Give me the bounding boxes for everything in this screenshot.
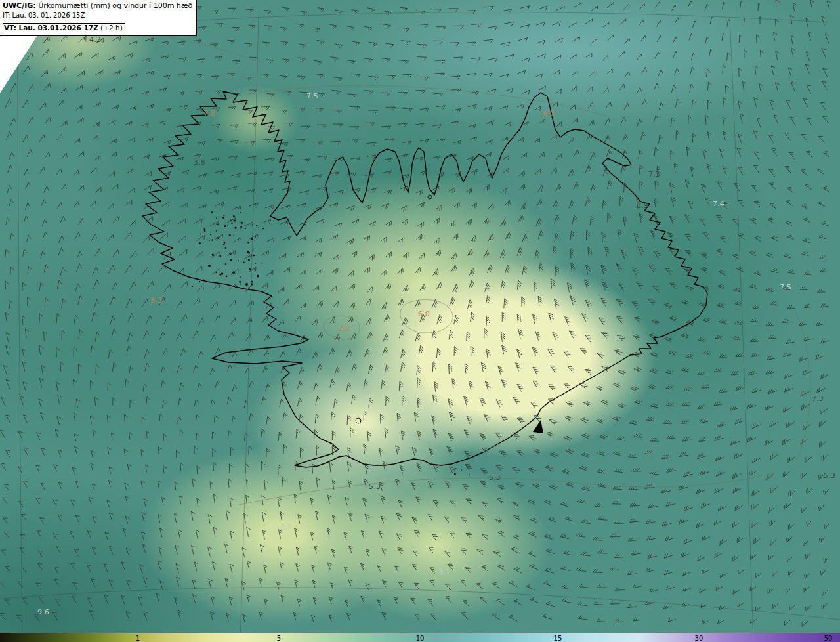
colorbar-tick-label: 10 (416, 634, 425, 641)
island-speck (211, 239, 213, 241)
island-speck (199, 281, 201, 283)
contour-line (400, 299, 453, 333)
island-speck (227, 225, 228, 226)
island-speck (256, 225, 257, 226)
contour-line (236, 473, 774, 505)
island-speck (203, 228, 205, 230)
graticule-meridian (17, 0, 22, 642)
island-speck (258, 236, 259, 237)
island-speck (253, 255, 255, 257)
island-speck (251, 281, 253, 283)
iceland-coastline (142, 91, 707, 467)
lake-outline (356, 418, 361, 423)
graticule-meridian (730, 17, 753, 642)
island-speck (240, 212, 242, 213)
island-speck (248, 259, 250, 261)
island-speck (225, 247, 226, 249)
island-speck (211, 211, 213, 213)
island-speck (253, 249, 254, 251)
lake-outlines (356, 195, 432, 423)
island-speck (233, 236, 234, 236)
island-speck (221, 272, 224, 275)
island-speck (238, 260, 239, 261)
island-speck (224, 225, 226, 227)
island-speck (232, 276, 233, 277)
island-speck (258, 228, 259, 229)
island-speck (210, 234, 211, 235)
island-speck (204, 230, 206, 232)
island-specks (192, 211, 471, 475)
island-speck (223, 244, 225, 246)
island-speck (222, 217, 224, 219)
lake-outline (428, 195, 432, 199)
island-speck (257, 275, 259, 278)
colorbar-tick-label: 5 (277, 634, 281, 641)
valid-time-offset: (+2 h) (98, 24, 123, 32)
wind-barbs (0, 0, 831, 626)
colorbar-tick-label: 50 (824, 634, 833, 641)
island-speck (261, 263, 262, 264)
graticule-parallel (0, 588, 840, 620)
colorbar: 1510153050 (0, 633, 840, 642)
island-speck (240, 228, 240, 229)
init-time: IT: Lau. 03. 01. 2026 15Z (3, 11, 192, 20)
island-speck (229, 234, 231, 236)
weather-map-app: 4.27.57.86.03.67.33.97.47.53.22.26.07.35… (0, 0, 840, 642)
island-speck (226, 276, 228, 278)
island-speck (216, 230, 217, 232)
island-speck (216, 272, 217, 273)
island-speck (233, 215, 235, 217)
island-speck (454, 473, 455, 474)
headland-mark (533, 420, 543, 433)
contour-line (794, 309, 810, 460)
island-speck (208, 265, 211, 267)
island-speck (251, 283, 253, 285)
valid-time-main: VT: Lau. 03.01.2026 17Z (4, 24, 98, 32)
island-speck (469, 474, 471, 475)
colorbar-tick-label: 30 (695, 634, 704, 641)
island-speck (243, 262, 245, 263)
island-speck (223, 215, 224, 217)
island-speck (225, 263, 226, 265)
island-speck (224, 242, 226, 244)
island-speck (231, 222, 233, 224)
island-speck (247, 242, 249, 243)
island-speck (240, 284, 242, 285)
wind-barb-path (0, 0, 831, 626)
island-speck (455, 468, 457, 469)
island-speck (203, 279, 205, 280)
map-title: UWC/IG: Úrkomumætti (mm) og vindur í 100… (3, 1, 192, 11)
island-speck (216, 218, 217, 219)
island-speck (212, 254, 214, 256)
island-speck (248, 252, 250, 254)
island-speck (245, 283, 248, 286)
valid-time: VT: Lau. 03.01.2026 17Z (+2 h) (3, 23, 125, 33)
island-speck (242, 223, 243, 224)
island-speck (255, 263, 257, 264)
island-speck (235, 227, 237, 229)
island-speck (245, 228, 246, 229)
island-speck (461, 469, 462, 470)
island-speck (192, 286, 194, 287)
island-speck (209, 240, 210, 242)
island-speck (251, 238, 253, 240)
island-speck (239, 281, 241, 283)
island-speck (200, 234, 201, 234)
colorbar-tick-label: 1 (136, 634, 140, 641)
island-speck (230, 259, 232, 261)
island-speck (199, 242, 201, 244)
island-speck (240, 276, 241, 278)
island-speck (219, 274, 221, 276)
model-label: UWC/IG: (3, 1, 36, 10)
island-speck (262, 228, 264, 229)
map-canvas (0, 0, 840, 642)
colorbar-tick-label: 15 (554, 634, 562, 641)
title-box: UWC/IG: Úrkomumætti (mm) og vindur í 100… (0, 0, 197, 36)
island-speck (240, 226, 242, 228)
island-speck (219, 255, 221, 257)
map-title-text: Úrkomumætti (mm) og vindur í 100m hæð (36, 1, 193, 10)
